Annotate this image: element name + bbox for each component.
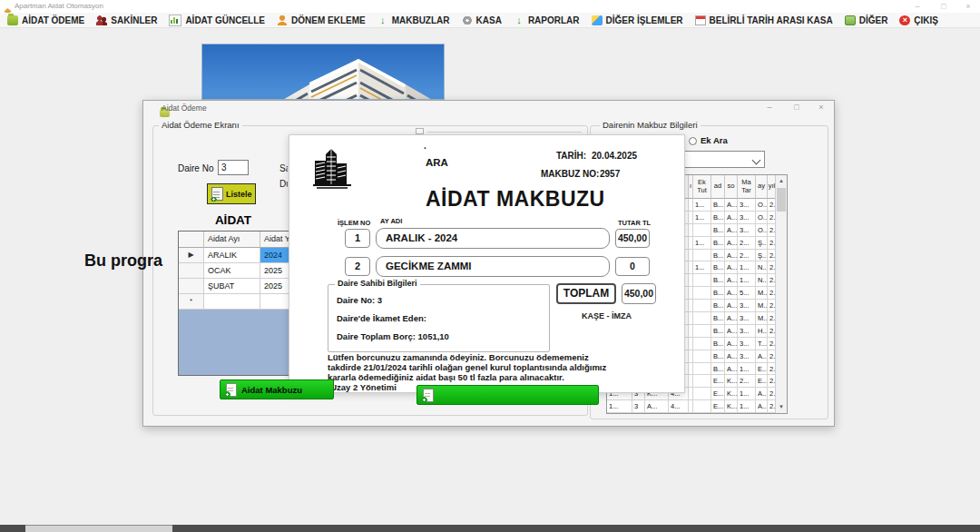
grid-cell[interactable]: B... (711, 199, 725, 212)
grid-cell[interactable]: 1... (693, 212, 711, 224)
menu-item-di-er[interactable]: DİĞER (845, 15, 888, 25)
grid-cell[interactable]: K... (725, 388, 738, 400)
line2-amount-box[interactable]: 0 (615, 257, 650, 276)
grid-cell[interactable]: 3... (738, 199, 756, 212)
grid-cell[interactable] (693, 400, 711, 413)
row-header[interactable]: ▶ (179, 248, 204, 263)
scroll-down-icon[interactable]: ▼ (776, 401, 787, 413)
grid-cell[interactable]: 1... (738, 400, 756, 413)
grid-cell[interactable] (693, 312, 711, 325)
grid-cell[interactable] (693, 224, 711, 237)
main-close-button[interactable]: × (958, 1, 978, 12)
daire-no-input[interactable]: 3 (218, 160, 249, 175)
payment-minimize-button[interactable]: – (760, 102, 779, 113)
ek-ara-radio[interactable] (689, 137, 697, 145)
menu-item-saki-nler[interactable]: SAKİNLER (96, 15, 157, 25)
grid-cell[interactable]: A... (756, 350, 768, 363)
line2-month-box[interactable]: GECİKME ZAMMI (376, 256, 610, 277)
grid-cell[interactable]: 3 (632, 400, 645, 413)
grid-cell[interactable] (693, 287, 711, 300)
grid-cell[interactable]: M... (756, 312, 768, 325)
column-header[interactable] (179, 232, 204, 248)
grid-cell[interactable]: A... (725, 338, 738, 350)
makbuz-grid-scrollbar[interactable]: ▲ ▼ (775, 175, 787, 413)
menu-item-makbuzlar[interactable]: MAKBUZLAR (377, 15, 450, 25)
grid-cell[interactable]: A... (645, 400, 669, 413)
grid-cell[interactable]: A... (725, 261, 738, 274)
grid-cell[interactable]: E... (711, 375, 725, 388)
line2-no-box[interactable]: 2 (345, 257, 370, 276)
grid-cell[interactable]: A... (725, 274, 738, 287)
grid-cell[interactable]: 1... (738, 261, 756, 274)
line1-amount-box[interactable]: 450,00 (615, 229, 650, 248)
grid-cell[interactable]: B... (711, 237, 725, 250)
grid-cell[interactable] (693, 300, 711, 312)
grid-cell[interactable]: 2... (738, 250, 756, 262)
grid-cell[interactable]: A... (756, 400, 768, 413)
grid-cell[interactable] (693, 338, 711, 350)
grid-cell[interactable]: 1... (607, 400, 632, 413)
grid-cell[interactable]: K... (725, 375, 738, 388)
grid-cell[interactable]: E... (756, 363, 768, 376)
grid-cell[interactable]: B... (711, 250, 725, 262)
grid-cell[interactable] (693, 375, 711, 388)
payment-maximize-button[interactable]: □ (788, 102, 806, 113)
toplam-button[interactable]: TOPLAM (556, 283, 616, 304)
row-header[interactable] (179, 279, 204, 294)
toplam-amount-box[interactable]: 450,00 (622, 283, 656, 304)
grid-cell[interactable]: 3... (738, 212, 756, 224)
column-header[interactable]: ad (711, 175, 725, 199)
grid-cell[interactable] (693, 250, 711, 262)
menu-item-di-er-i-lemler[interactable]: DİĞER İŞLEMLER (592, 15, 683, 25)
grid-cell[interactable]: M... (756, 300, 768, 312)
grid-cell[interactable]: O... (756, 212, 768, 224)
grid-cell[interactable]: 2... (738, 237, 756, 250)
line1-no-box[interactable]: 1 (345, 229, 370, 248)
menu-item-raporlar[interactable]: RAPORLAR (514, 15, 580, 25)
grid-cell[interactable]: Ş... (756, 250, 768, 262)
grid-cell[interactable]: 3... (738, 338, 756, 350)
grid-cell[interactable]: B... (711, 350, 725, 363)
grid-cell[interactable]: 1... (693, 199, 711, 212)
grid-cell[interactable]: 3... (738, 325, 756, 338)
grid-cell[interactable]: OCAK (204, 263, 260, 279)
grid-cell[interactable] (204, 294, 260, 310)
grid-cell[interactable]: A... (725, 350, 738, 363)
line1-month-box[interactable]: ARALIK - 2024 (376, 228, 610, 249)
menu-item-d-nem-ekleme[interactable]: DÖNEM EKLEME (277, 15, 366, 25)
grid-cell[interactable]: A... (725, 212, 738, 224)
grid-cell[interactable]: E... (711, 400, 725, 413)
menu-item-kasa[interactable]: KASA (462, 15, 502, 25)
grid-cell[interactable]: 1... (693, 261, 711, 274)
grid-cell[interactable]: A... (725, 287, 738, 300)
grid-cell[interactable]: B... (711, 274, 725, 287)
main-maximize-button[interactable]: □ (934, 1, 954, 12)
scroll-up-icon[interactable]: ▲ (776, 175, 787, 187)
grid-cell[interactable]: A... (725, 237, 738, 250)
grid-cell[interactable]: Ş... (756, 237, 768, 250)
grid-cell[interactable]: 1... (693, 237, 711, 250)
grid-cell[interactable]: 2... (738, 375, 756, 388)
grid-cell[interactable]: A... (725, 325, 738, 338)
secondary-green-button[interactable] (416, 385, 599, 405)
grid-cell[interactable]: 1... (738, 363, 756, 376)
grid-cell[interactable]: A... (725, 224, 738, 237)
grid-cell[interactable]: E... (711, 388, 725, 400)
grid-cell[interactable]: O... (756, 199, 768, 212)
grid-cell[interactable]: B... (711, 363, 725, 376)
grid-cell[interactable]: B... (711, 212, 725, 224)
row-header[interactable] (179, 263, 204, 279)
grid-cell[interactable]: A... (725, 300, 738, 312)
grid-cell[interactable]: O... (756, 224, 768, 237)
payment-close-button[interactable]: × (812, 102, 830, 113)
listele-button[interactable]: Listele (207, 183, 256, 204)
row-header[interactable]: * (179, 294, 204, 310)
grid-cell[interactable] (693, 363, 711, 376)
grid-cell[interactable]: M... (756, 287, 768, 300)
grid-cell[interactable] (693, 388, 711, 400)
grid-cell[interactable]: 3... (738, 312, 756, 325)
grid-cell[interactable] (693, 325, 711, 338)
grid-cell[interactable]: A... (725, 312, 738, 325)
grid-cell[interactable]: B... (711, 325, 725, 338)
grid-cell[interactable]: B... (711, 287, 725, 300)
